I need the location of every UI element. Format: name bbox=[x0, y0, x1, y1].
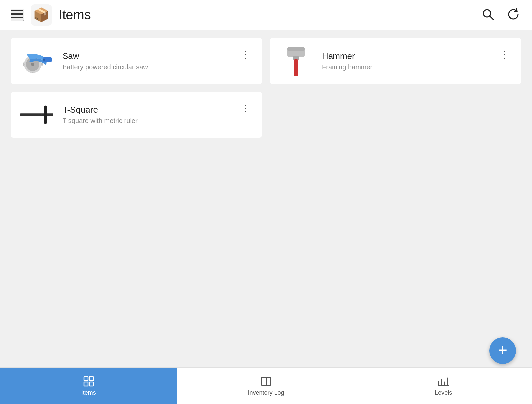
item-name-tsquare: T-Square bbox=[63, 105, 238, 115]
main-content: Saw Battery powered circular saw ⋮ bbox=[0, 30, 532, 367]
header-left: 📦 Items bbox=[11, 4, 480, 26]
svg-rect-18 bbox=[20, 113, 53, 116]
item-info-hammer: Hammer Framing hammer bbox=[322, 51, 497, 71]
svg-rect-15 bbox=[287, 47, 305, 51]
item-name-saw: Saw bbox=[63, 51, 238, 61]
svg-rect-28 bbox=[89, 377, 93, 381]
svg-point-7 bbox=[31, 63, 34, 66]
fab-plus-icon: + bbox=[498, 342, 507, 358]
svg-rect-27 bbox=[84, 377, 88, 381]
svg-rect-30 bbox=[89, 382, 93, 386]
nav-item-inventory-log[interactable]: Inventory Log bbox=[177, 368, 354, 404]
search-button[interactable] bbox=[480, 6, 496, 23]
svg-rect-31 bbox=[261, 377, 271, 385]
item-description-saw: Battery powered circular saw bbox=[63, 63, 238, 71]
item-info-tsquare: T-Square T-square with metric ruler bbox=[63, 105, 238, 125]
page-title: Items bbox=[59, 7, 91, 22]
svg-rect-19 bbox=[44, 106, 47, 124]
item-menu-button-tsquare[interactable]: ⋮ bbox=[238, 101, 253, 116]
items-grid: Saw Battery powered circular saw ⋮ bbox=[11, 38, 521, 138]
refresh-button[interactable] bbox=[505, 6, 521, 23]
item-description-tsquare: T-square with metric ruler bbox=[63, 117, 238, 125]
hamburger-menu-button[interactable] bbox=[11, 9, 24, 21]
svg-rect-29 bbox=[84, 382, 88, 386]
svg-rect-17 bbox=[294, 59, 298, 76]
header-actions bbox=[480, 6, 521, 23]
item-menu-button-hammer[interactable]: ⋮ bbox=[497, 47, 512, 62]
bottom-nav: Items Inventory Log Levels bbox=[0, 367, 532, 404]
item-image-saw bbox=[20, 46, 53, 76]
nav-item-levels[interactable]: Levels bbox=[355, 368, 532, 404]
app-icon: 📦 bbox=[31, 4, 52, 26]
nav-label-items: Items bbox=[81, 389, 96, 396]
item-card-saw[interactable]: Saw Battery powered circular saw ⋮ bbox=[11, 38, 262, 84]
add-item-fab[interactable]: + bbox=[489, 337, 516, 364]
nav-item-items[interactable]: Items bbox=[0, 368, 177, 404]
item-description-hammer: Framing hammer bbox=[322, 63, 497, 71]
item-menu-button-saw[interactable]: ⋮ bbox=[238, 47, 253, 62]
svg-line-4 bbox=[490, 16, 493, 20]
item-name-hammer: Hammer bbox=[322, 51, 497, 61]
nav-label-levels: Levels bbox=[435, 389, 452, 396]
item-image-tsquare bbox=[20, 100, 53, 130]
nav-label-inventory-log: Inventory Log bbox=[248, 389, 284, 396]
item-card-tsquare[interactable]: T-Square T-square with metric ruler ⋮ bbox=[11, 92, 262, 138]
svg-point-13 bbox=[43, 59, 45, 61]
header: 📦 Items bbox=[0, 0, 532, 30]
item-image-hammer bbox=[279, 46, 313, 76]
item-card-hammer[interactable]: Hammer Framing hammer ⋮ bbox=[270, 38, 521, 84]
item-info-saw: Saw Battery powered circular saw bbox=[63, 51, 238, 71]
